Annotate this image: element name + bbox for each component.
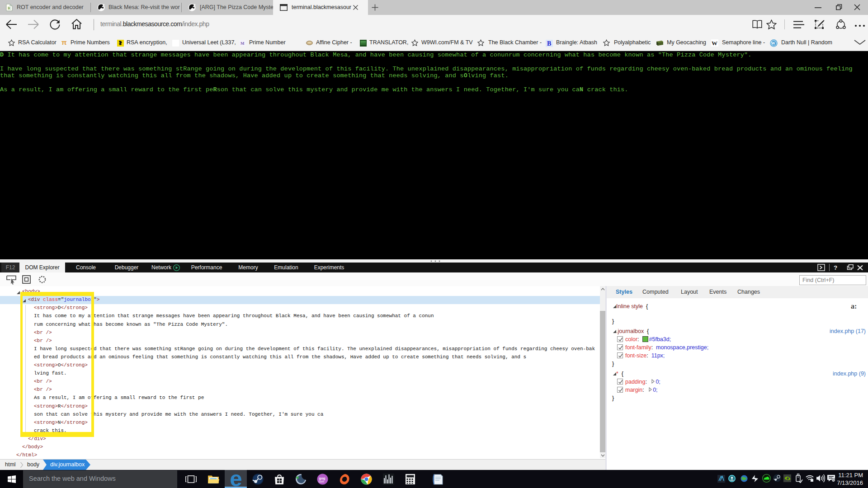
- svg-text:com: com: [319, 480, 324, 483]
- svg-text:?: ?: [834, 264, 837, 271]
- svg-text:W: W: [771, 41, 776, 46]
- svg-text:R: R: [8, 6, 11, 10]
- svg-text:B: B: [547, 40, 551, 47]
- svg-text:W: W: [712, 40, 717, 47]
- svg-text:M: M: [241, 41, 245, 46]
